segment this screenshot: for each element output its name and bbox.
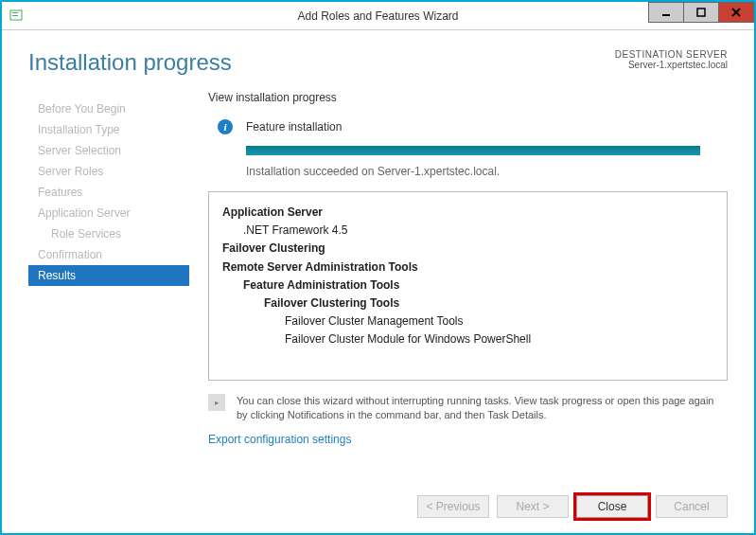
result-line: .NET Framework 4.5 <box>243 222 713 240</box>
sidebar-item-role-services: Role Services <box>28 223 189 244</box>
progress-heading: View installation progress <box>208 91 728 104</box>
close-window-button[interactable] <box>718 2 754 23</box>
result-line: Remote Server Administration Tools <box>222 259 713 276</box>
header: Installation progress DESTINATION SERVER… <box>2 30 754 85</box>
svg-rect-2 <box>12 15 18 16</box>
result-line: Failover Cluster Module for Windows Powe… <box>285 330 713 348</box>
info-text: Feature installation <box>246 120 342 134</box>
destination-label: DESTINATION SERVER <box>615 49 728 60</box>
flag-icon: ▸ <box>208 394 225 411</box>
minimize-button[interactable] <box>648 2 684 23</box>
window-title: Add Roles and Features Wizard <box>2 9 754 23</box>
main-panel: View installation progress i Feature ins… <box>189 85 728 484</box>
svg-rect-4 <box>697 9 705 16</box>
sidebar-item-confirmation: Confirmation <box>28 244 189 265</box>
progress-bar <box>246 146 700 155</box>
sidebar-item-results[interactable]: Results <box>28 265 189 286</box>
sidebar-item-installation-type: Installation Type <box>28 119 189 140</box>
hint-row: ▸ You can close this wizard without inte… <box>208 394 728 423</box>
previous-button: < Previous <box>417 495 489 518</box>
page-title: Installation progress <box>28 49 232 76</box>
result-line: Failover Clustering Tools <box>264 294 713 312</box>
sidebar: Before You Begin Installation Type Serve… <box>28 85 189 484</box>
sidebar-item-features: Features <box>28 182 189 203</box>
progress-status: Installation succeeded on Server-1.xpert… <box>246 165 728 178</box>
wizard-window: Add Roles and Features Wizard Installati… <box>2 2 754 533</box>
footer: < Previous Next > Close Cancel <box>2 484 754 533</box>
svg-rect-1 <box>12 12 18 13</box>
window-controls <box>649 2 754 23</box>
info-row: i Feature installation <box>208 119 728 134</box>
export-link[interactable]: Export configuration settings <box>208 433 351 446</box>
body: Before You Begin Installation Type Serve… <box>2 85 754 484</box>
destination-server: Server-1.xpertstec.local <box>615 60 728 70</box>
sidebar-item-before-you-begin: Before You Begin <box>28 98 189 119</box>
close-button[interactable]: Close <box>576 495 648 518</box>
destination-info: DESTINATION SERVER Server-1.xpertstec.lo… <box>615 49 728 70</box>
sidebar-item-application-server: Application Server <box>28 203 189 223</box>
app-icon <box>9 9 25 24</box>
result-line: Feature Administration Tools <box>243 276 713 294</box>
result-line: Application Server <box>222 204 713 222</box>
result-line: Failover Cluster Management Tools <box>285 312 713 330</box>
next-button: Next > <box>497 495 569 518</box>
hint-text: You can close this wizard without interr… <box>237 394 728 423</box>
results-box: Application Server .NET Framework 4.5 Fa… <box>208 191 728 381</box>
sidebar-item-server-roles: Server Roles <box>28 161 189 182</box>
titlebar: Add Roles and Features Wizard <box>2 2 754 30</box>
cancel-button: Cancel <box>656 495 728 518</box>
maximize-button[interactable] <box>683 2 719 23</box>
result-line: Failover Clustering <box>222 240 713 258</box>
sidebar-item-server-selection: Server Selection <box>28 140 189 161</box>
info-icon: i <box>218 119 233 134</box>
